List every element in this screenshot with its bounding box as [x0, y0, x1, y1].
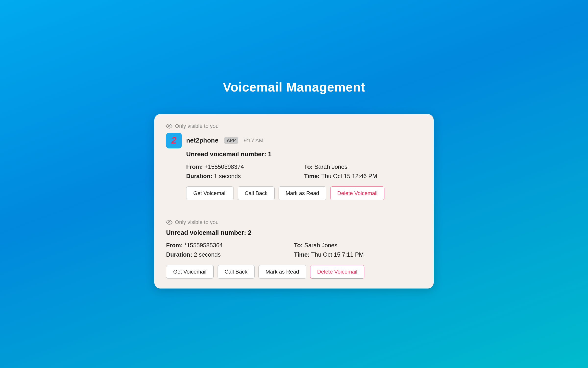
time-value-2: Thu Oct 15 7:11 PM: [311, 251, 364, 258]
app-logo: 2: [166, 133, 182, 148]
voicemail-entry-1: Only visible to you 2 net2phone APP 9:17…: [154, 114, 434, 210]
from-field-1: From: +15550398374: [186, 163, 304, 170]
page-title: Voicemail Management: [223, 80, 365, 94]
app-badge: APP: [224, 137, 238, 144]
duration-value-1: 1 seconds: [214, 173, 241, 179]
to-field-2: To: Sarah Jones: [294, 242, 422, 249]
to-field-1: To: Sarah Jones: [304, 163, 422, 170]
time-label-2: Time:: [294, 251, 311, 258]
svg-point-1: [169, 221, 170, 223]
time-value-1: Thu Oct 15 12:46 PM: [321, 173, 377, 179]
details-grid-1: From: +15550398374 To: Sarah Jones Durat…: [186, 163, 422, 180]
mark-as-read-button-1[interactable]: Mark as Read: [279, 186, 326, 200]
time-field-1: Time: Thu Oct 15 12:46 PM: [304, 173, 422, 180]
to-value-1: Sarah Jones: [314, 163, 347, 170]
delete-voicemail-button-2[interactable]: Delete Voicemail: [310, 265, 365, 279]
call-back-button-2[interactable]: Call Back: [218, 265, 255, 279]
call-back-button-1[interactable]: Call Back: [238, 186, 275, 200]
app-header-row: 2 net2phone APP 9:17 AM: [166, 133, 422, 148]
app-name: net2phone: [186, 137, 218, 144]
eye-icon-1: [166, 123, 172, 129]
voicemail-card: Only visible to you 2 net2phone APP 9:17…: [154, 114, 434, 289]
duration-field-2: Duration: 2 seconds: [166, 251, 294, 258]
details-grid-2: From: *15559585364 To: Sarah Jones Durat…: [166, 242, 422, 258]
time-field-2: Time: Thu Oct 15 7:11 PM: [294, 251, 422, 258]
actions-row-2: Get Voicemail Call Back Mark as Read Del…: [166, 265, 422, 279]
time-label-1: Time:: [304, 173, 321, 179]
get-voicemail-button-1[interactable]: Get Voicemail: [186, 186, 234, 200]
visibility-text-2: Only visible to you: [175, 219, 219, 225]
entry-1-timestamp: 9:17 AM: [244, 137, 263, 144]
visibility-text-1: Only visible to you: [175, 123, 219, 129]
duration-value-2: 2 seconds: [194, 251, 220, 258]
from-value-1: +15550398374: [205, 163, 244, 170]
svg-point-0: [169, 125, 170, 127]
voicemail-title-1: Unread voicemail number: 1: [186, 150, 422, 158]
from-label-2: From:: [166, 242, 184, 249]
visibility-row-1: Only visible to you: [166, 123, 422, 129]
to-label-1: To:: [304, 163, 314, 170]
actions-row-1: Get Voicemail Call Back Mark as Read Del…: [186, 186, 422, 200]
mark-as-read-button-2[interactable]: Mark as Read: [258, 265, 306, 279]
voicemail-title-2: Unread voicemail number: 2: [166, 229, 422, 237]
from-field-2: From: *15559585364: [166, 242, 294, 249]
visibility-row-2: Only visible to you: [166, 219, 422, 225]
get-voicemail-button-2[interactable]: Get Voicemail: [166, 265, 214, 279]
from-label-1: From:: [186, 163, 205, 170]
duration-label-1: Duration:: [186, 173, 214, 179]
to-value-2: Sarah Jones: [304, 242, 337, 249]
voicemail-entry-2: Only visible to you Unread voicemail num…: [154, 210, 434, 289]
to-label-2: To:: [294, 242, 304, 249]
delete-voicemail-button-1[interactable]: Delete Voicemail: [330, 186, 385, 200]
from-value-2: *15559585364: [184, 242, 223, 249]
eye-icon-2: [166, 219, 172, 225]
duration-label-2: Duration:: [166, 251, 194, 258]
duration-field-1: Duration: 1 seconds: [186, 173, 304, 180]
